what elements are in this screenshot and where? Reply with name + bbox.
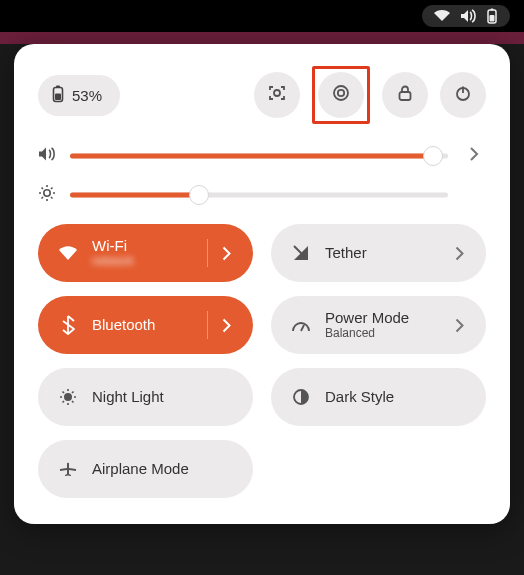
dark-style-tile[interactable]: Dark Style [271,368,486,426]
brightness-icon [38,184,56,206]
bluetooth-more[interactable] [207,303,245,347]
svg-rect-9 [400,92,411,100]
svg-point-23 [65,394,71,400]
screenshot-button[interactable] [254,72,300,118]
airplane-icon [56,460,80,478]
svg-point-6 [274,90,280,96]
bluetooth-title: Bluetooth [92,316,207,333]
svg-point-7 [334,86,348,100]
lock-icon [396,84,414,106]
night-light-title: Night Light [92,388,245,405]
tether-tile[interactable]: Tether [271,224,486,282]
wifi-more[interactable] [207,231,245,275]
desktop-background [0,32,524,44]
airplane-mode-tile[interactable]: Airplane Mode [38,440,253,498]
power-mode-more[interactable] [440,303,478,347]
wifi-subtitle: network [92,255,207,269]
svg-line-29 [72,401,74,403]
wifi-icon [434,10,450,22]
brightness-slider[interactable] [70,185,448,205]
bluetooth-icon [56,315,80,335]
lock-button[interactable] [382,72,428,118]
bluetooth-tile[interactable]: Bluetooth [38,296,253,354]
svg-line-30 [63,401,65,403]
power-icon [454,84,472,106]
svg-point-12 [44,190,50,196]
volume-icon [38,146,56,166]
power-mode-tile[interactable]: Power Mode Balanced [271,296,486,354]
wifi-title: Wi-Fi [92,237,207,254]
status-indicators[interactable] [422,5,510,27]
screenshot-icon [267,83,287,107]
dark-style-title: Dark Style [325,388,478,405]
system-topbar [0,0,524,32]
wifi-icon [56,245,80,261]
tether-title: Tether [325,244,440,261]
volume-slider[interactable] [70,146,448,166]
svg-line-18 [51,197,53,199]
svg-line-22 [301,325,304,331]
svg-line-31 [72,392,74,394]
svg-rect-5 [55,93,61,100]
volume-more-button[interactable] [462,146,486,166]
night-light-tile[interactable]: Night Light [38,368,253,426]
chevron-right-icon [469,146,479,166]
tether-icon [289,244,313,262]
night-light-icon [56,388,80,406]
battery-percent: 53% [72,87,102,104]
power-mode-subtitle: Balanced [325,327,440,341]
brightness-row [38,184,486,206]
power-mode-title: Power Mode [325,309,440,326]
settings-button[interactable] [318,72,364,118]
dark-style-icon [289,388,313,406]
volume-row [38,146,486,166]
svg-line-19 [42,197,44,199]
panel-header: 53% [38,66,486,124]
battery-icon [52,85,64,106]
svg-line-28 [63,392,65,394]
tether-more[interactable] [440,231,478,275]
settings-highlight [312,66,370,124]
wifi-tile[interactable]: Wi-Fi network [38,224,253,282]
battery-icon [486,8,498,24]
svg-line-17 [42,188,44,190]
svg-line-20 [51,188,53,190]
gear-icon [331,83,351,107]
airplane-row: Airplane Mode [38,440,486,498]
tiles-grid: Wi-Fi network Tether Bluetooth [38,224,486,426]
airplane-title: Airplane Mode [92,460,245,477]
power-button[interactable] [440,72,486,118]
quick-settings-panel: 53% [14,44,510,524]
svg-rect-1 [491,9,494,11]
svg-rect-2 [490,15,495,22]
gauge-icon [289,317,313,333]
svg-rect-4 [56,85,60,87]
battery-status[interactable]: 53% [38,75,120,116]
svg-point-8 [338,90,344,96]
volume-icon [460,9,476,23]
